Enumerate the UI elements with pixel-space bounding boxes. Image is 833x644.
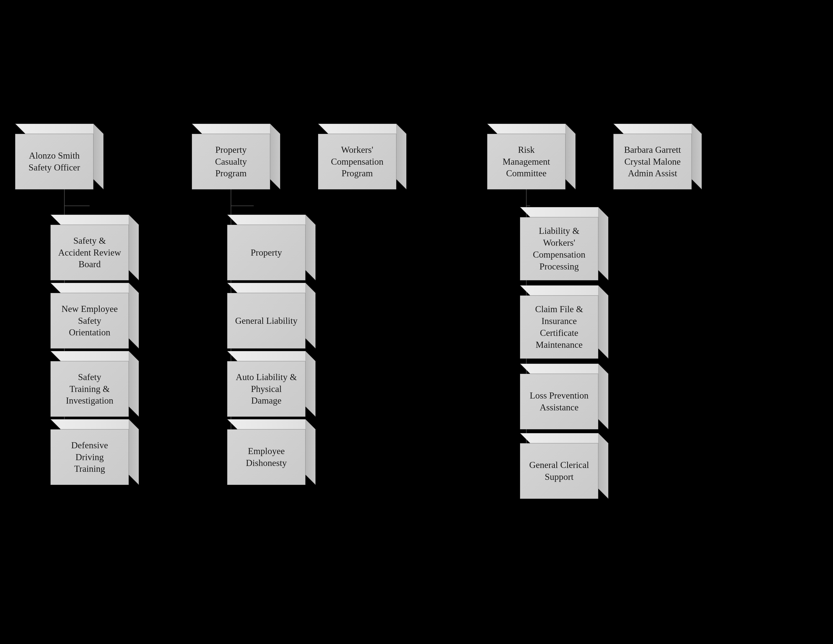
box-property-casualty: Property Casualty Program (192, 124, 270, 179)
box-liability-workers: Liability & Workers' Compensation Proces… (520, 207, 598, 270)
box-auto-liability: Auto Liability & Physical Damage (227, 351, 306, 407)
box-new-employee: New Employee Safety Orientation (50, 283, 129, 338)
box-safety-accident: Safety & Accident Review Board (50, 215, 129, 270)
box-workers-comp: Workers' Compensation Program (318, 124, 396, 179)
box-claim-file: Claim File & Insurance Certificate Maint… (520, 285, 598, 349)
box-general-liability: General Liability (227, 283, 306, 338)
box-safety-training: Safety Training & Investigation (50, 351, 129, 407)
box-employee-dishonesty: Employee Dishonesty (227, 419, 306, 475)
box-defensive: Defensive Driving Training (50, 419, 129, 475)
box-risk-mgmt: Risk Management Committee (487, 124, 565, 179)
box-loss-prevention: Loss Prevention Assistance (520, 364, 598, 419)
box-alonzo: Alonzo Smith Safety Officer (15, 124, 93, 179)
org-chart: line { stroke: #555; stroke-width: 2; } (0, 50, 833, 606)
box-general-clerical: General Clerical Support (520, 433, 598, 489)
box-barbara: Barbara Garrett Crystal Malone Admin Ass… (613, 124, 691, 179)
box-property: Property (227, 215, 306, 270)
